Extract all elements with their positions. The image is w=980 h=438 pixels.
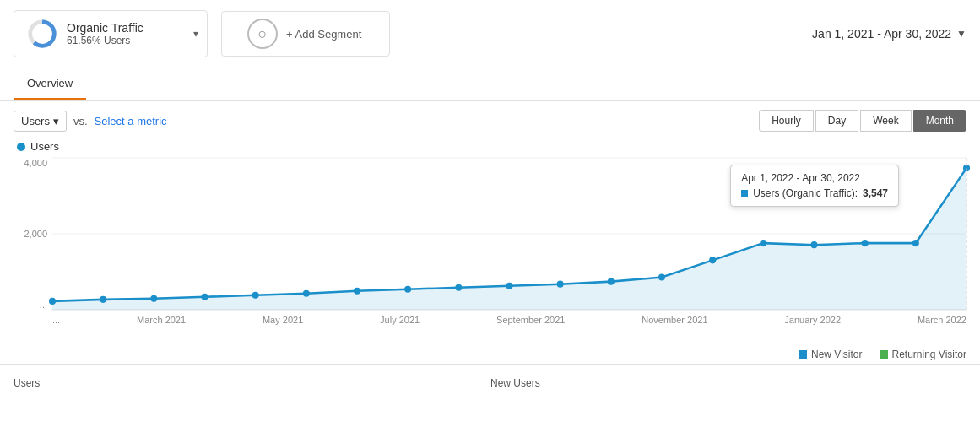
tooltip-row: Users (Organic Traffic): 3,547 — [741, 187, 888, 199]
y-label-bot: ... — [14, 300, 47, 310]
svg-point-9 — [252, 292, 259, 299]
chart-controls: Users ▾ vs. Select a metric Hourly Day W… — [0, 101, 980, 140]
svg-point-17 — [658, 274, 665, 281]
vs-label: vs. — [73, 115, 88, 127]
add-circle-icon: ○ — [247, 19, 278, 49]
svg-point-16 — [608, 278, 615, 285]
segment-info: Organic Traffic 61.56% Users — [67, 21, 143, 46]
tooltip-square-icon — [741, 190, 748, 197]
segment-dropdown-icon[interactable]: ▾ — [193, 28, 198, 40]
new-users-metric-label: New Users — [490, 377, 540, 389]
returning-visitor-square — [880, 350, 888, 359]
legend-dot — [17, 143, 25, 151]
y-label-mid: 2,000 — [14, 229, 47, 239]
tab-overview[interactable]: Overview — [14, 68, 86, 100]
x-label-0: ... — [52, 315, 60, 325]
tooltip-title: Apr 1, 2022 - Apr 30, 2022 — [741, 172, 888, 184]
add-segment-card[interactable]: ○ + Add Segment — [221, 11, 390, 57]
chart-container: 4,000 2,000 ... — [14, 158, 966, 335]
date-range-text: Jan 1, 2021 - Apr 30, 2022 — [812, 27, 951, 41]
x-label-4: September 2021 — [496, 315, 565, 325]
week-button[interactable]: Week — [860, 110, 911, 132]
tooltip-metric-label: Users (Organic Traffic): — [753, 187, 858, 199]
x-label-6: January 2022 — [784, 315, 841, 325]
svg-point-20 — [810, 241, 817, 248]
metric-selector: Users ▾ vs. Select a metric — [14, 111, 167, 132]
month-button[interactable]: Month — [913, 110, 966, 132]
tab-bar: Overview — [0, 68, 980, 101]
y-label-top: 4,000 — [14, 158, 47, 168]
y-axis-labels: 4,000 2,000 ... — [14, 158, 52, 310]
users-metric-label: Users — [14, 377, 40, 389]
chart-area: Users 4,000 2,000 ... — [0, 140, 980, 343]
x-label-2: May 2021 — [263, 315, 303, 325]
new-users-metric-col: New Users — [490, 373, 966, 392]
new-visitor-label: New Visitor — [811, 349, 862, 360]
day-button[interactable]: Day — [815, 110, 858, 132]
svg-point-18 — [709, 257, 716, 263]
svg-point-14 — [506, 283, 512, 289]
users-dropdown[interactable]: Users ▾ — [14, 111, 67, 132]
returning-visitor-label: Returning Visitor — [892, 349, 967, 360]
svg-point-10 — [303, 290, 310, 297]
svg-point-6 — [100, 296, 106, 303]
segment-name: Organic Traffic — [67, 21, 143, 35]
svg-point-12 — [404, 286, 411, 293]
x-label-5: November 2021 — [642, 315, 707, 325]
chart-legend-label: Users — [14, 140, 966, 153]
dropdown-caret-icon: ▾ — [53, 115, 59, 127]
segment-sub: 61.56% Users — [67, 35, 143, 46]
chart-metric-label: Users — [30, 140, 59, 153]
svg-point-22 — [912, 240, 919, 246]
organic-traffic-card[interactable]: Organic Traffic 61.56% Users ▾ — [14, 10, 208, 57]
users-metric-col: Users — [14, 373, 490, 392]
date-range[interactable]: Jan 1, 2021 - Apr 30, 2022 ▼ — [812, 27, 966, 41]
bottom-legend: New Visitor Returning Visitor — [0, 343, 980, 364]
svg-point-7 — [150, 295, 157, 302]
svg-point-5 — [49, 298, 56, 305]
top-bar: Organic Traffic 61.56% Users ▾ ○ + Add S… — [0, 0, 980, 68]
time-buttons: Hourly Day Week Month — [759, 110, 966, 132]
chart-tooltip: Apr 1, 2022 - Apr 30, 2022 Users (Organi… — [730, 165, 899, 207]
bottom-metrics: Users New Users — [0, 364, 980, 401]
tooltip-value: 3,547 — [863, 187, 888, 199]
x-axis-labels: ... March 2021 May 2021 July 2021 Septem… — [52, 311, 966, 335]
svg-point-21 — [862, 240, 869, 246]
svg-point-15 — [557, 281, 564, 288]
new-visitor-square — [799, 350, 807, 359]
organic-traffic-donut — [26, 18, 58, 50]
x-label-1: March 2021 — [137, 315, 186, 325]
users-label: Users — [21, 115, 50, 127]
x-label-3: July 2021 — [380, 315, 420, 325]
svg-point-19 — [760, 240, 766, 246]
chart-inner: Apr 1, 2022 - Apr 30, 2022 Users (Organi… — [52, 158, 966, 310]
x-label-7: March 2022 — [918, 315, 966, 325]
returning-visitor-legend: Returning Visitor — [880, 349, 967, 360]
select-metric-link[interactable]: Select a metric — [95, 115, 167, 127]
add-segment-label: + Add Segment — [286, 28, 361, 41]
svg-point-13 — [455, 284, 462, 291]
hourly-button[interactable]: Hourly — [759, 110, 814, 132]
svg-point-8 — [201, 294, 208, 300]
segment-section: Organic Traffic 61.56% Users ▾ ○ + Add S… — [14, 10, 390, 57]
new-visitor-legend: New Visitor — [799, 349, 862, 360]
svg-point-11 — [354, 288, 360, 295]
date-range-caret: ▼ — [956, 28, 966, 40]
